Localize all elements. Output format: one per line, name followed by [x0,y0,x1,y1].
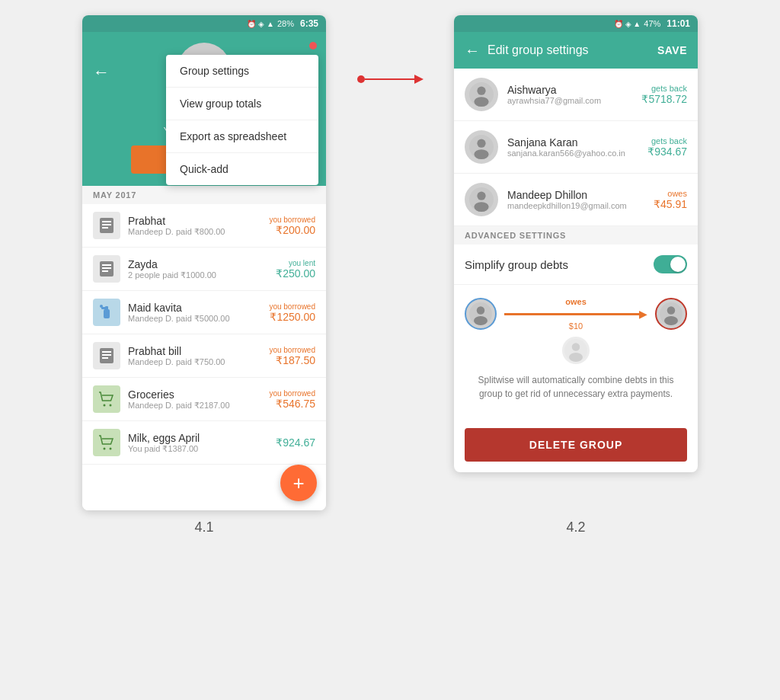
member-avatar-sanjana [465,130,498,164]
balance-value: ₹934.67 [647,145,687,158]
status-icons-1: ⏰ ◈ ▲ [247,20,273,28]
svg-point-20 [104,404,106,407]
member-avatar-mandeep [465,183,498,216]
member-balance-sanjana: gets back ₹934.67 [647,136,687,158]
simplify-toggle[interactable] [654,255,687,273]
member-email: ayrawhsia77@gmail.com [507,96,632,105]
svg-rect-18 [102,354,111,356]
member-item-sanjana[interactable]: Sanjana Karan sanjana.karan566@yahoo.co.… [454,121,698,174]
svg-rect-6 [102,224,111,225]
status-bar-1: ⏰ ◈ ▲ 28% 6:35 [82,15,326,32]
simplify-label: Simplify group debts [465,258,654,271]
transaction-item[interactable]: Prabhat Mandeep D. paid ₹800.00 you borr… [82,204,326,248]
tx-label: you borrowed [269,302,315,311]
tx-value: ₹924.67 [276,436,315,449]
balance-value: ₹45.91 [654,198,687,210]
member-balance-mandeep: owes ₹45.91 [654,189,687,210]
tx-sub: 2 people paid ₹1000.00 [128,270,268,280]
svg-point-41 [664,316,678,325]
tx-value: ₹1250.00 [269,311,315,323]
tx-info: Maid kavita Mandeep D. paid ₹5000.00 [128,302,261,324]
member-list: Aishwarya ayrawhsia77@gmail.com gets bac… [454,69,698,226]
battery-2: 47% [644,19,660,28]
svg-marker-26 [414,75,424,84]
delete-group-button[interactable]: DELETE GROUP [465,428,687,462]
tx-value: ₹200.00 [269,224,315,236]
tx-info: Groceries Mandeep D. paid ₹2187.00 [128,388,261,411]
owes-label: owes [565,297,587,306]
svg-point-35 [474,202,488,212]
svg-point-21 [110,404,112,407]
toolbar-2: ← Edit group settings SAVE [454,32,698,69]
transaction-item[interactable]: Groceries Mandeep D. paid ₹2187.00 you b… [82,378,326,421]
member-email: mandeepkdhillon19@gmail.com [507,201,644,210]
caption-42: 4.2 [454,519,698,535]
tx-title: Prabhat [128,215,261,227]
svg-rect-19 [102,357,108,359]
menu-item-quick-add[interactable]: Quick-add [166,153,318,185]
svg-point-23 [110,448,112,450]
menu-item-export[interactable]: Export as spreadsheet [166,120,318,153]
screen1-phone: ⏰ ◈ ▲ 28% 6:35 ← [82,15,326,510]
connector-arrow [356,70,424,88]
tx-icon-spray [93,299,120,326]
tx-icon-receipt [93,255,120,283]
tx-title: Maid kavita [128,302,261,314]
tx-label: you borrowed [269,346,315,354]
member-balance-aishwarya: gets back ₹5718.72 [641,84,687,105]
transaction-item[interactable]: Zayda 2 people paid ₹1000.00 you lent ₹2… [82,248,326,291]
back-button-1[interactable]: ← [93,62,110,82]
tx-sub: Mandeep D. paid ₹750.00 [128,357,261,367]
diagram-avatar-3 [562,337,590,364]
transaction-item[interactable]: Milk, eggs April You paid ₹1387.00 ₹924.… [82,421,326,465]
edit-group-title: Edit group settings [488,43,650,57]
svg-point-32 [474,149,488,159]
back-button-2[interactable]: ← [465,42,480,59]
status-icons-2: ⏰ ◈ ▲ [614,20,641,28]
member-avatar-aishwarya [465,78,498,111]
transaction-item[interactable]: Maid kavita Mandeep D. paid ₹5000.00 you… [82,291,326,334]
transaction-item[interactable]: Prabhat bill Mandeep D. paid ₹750.00 you… [82,334,326,378]
svg-rect-5 [102,221,111,222]
tx-amount: you borrowed ₹200.00 [269,216,315,236]
tx-label: you borrowed [269,216,315,224]
advanced-settings: Simplify group debts owes [454,245,698,420]
captions-row: 4.1 4.2 [82,519,698,535]
tx-sub: You paid ₹1387.00 [128,444,268,454]
member-name: Sanjana Karan [507,136,638,149]
svg-point-24 [357,75,365,83]
svg-rect-17 [102,351,111,353]
tx-amount: you borrowed ₹546.75 [269,389,315,410]
save-button[interactable]: SAVE [657,44,687,56]
tx-label: you lent [276,259,315,267]
tx-amount: you borrowed ₹1250.00 [269,302,315,323]
diagram-avatar-2 [655,298,687,330]
simplify-debts-row: Simplify group debts [454,245,698,285]
tx-icon-cart [93,385,120,413]
balance-label: gets back [647,136,687,145]
screen2-phone: ⏰ ◈ ▲ 47% 11:01 ← Edit group settings SA… [454,15,698,472]
tx-value: ₹250.00 [276,267,315,280]
svg-rect-9 [102,264,111,266]
advanced-settings-label: ADVANCED SETTINGS [454,226,698,245]
member-item-mandeep[interactable]: Mandeep Dhillon mandeepkdhillon19@gmail.… [454,174,698,226]
balance-label: owes [654,189,687,198]
svg-rect-7 [102,227,108,229]
tx-info: Zayda 2 people paid ₹1000.00 [128,258,268,280]
menu-item-group-settings[interactable]: Group settings [166,55,318,88]
tx-info: Prabhat Mandeep D. paid ₹800.00 [128,215,261,237]
fab-add-button[interactable]: + [280,465,317,501]
tx-icon-receipt [93,342,120,369]
member-item-aishwarya[interactable]: Aishwarya ayrawhsia77@gmail.com gets bac… [454,69,698,121]
svg-point-37 [477,306,485,315]
svg-point-22 [104,448,106,450]
svg-rect-11 [102,270,108,272]
tx-amount: you borrowed ₹187.50 [269,346,315,366]
svg-rect-10 [102,267,111,269]
diagram-avatar-1 [465,298,497,330]
svg-point-31 [477,139,485,148]
section-label-may: MAY 2017 [82,186,326,204]
tx-title: Milk, eggs April [128,432,268,444]
tx-value: ₹187.50 [269,354,315,366]
menu-item-view-totals[interactable]: View group totals [166,88,318,120]
